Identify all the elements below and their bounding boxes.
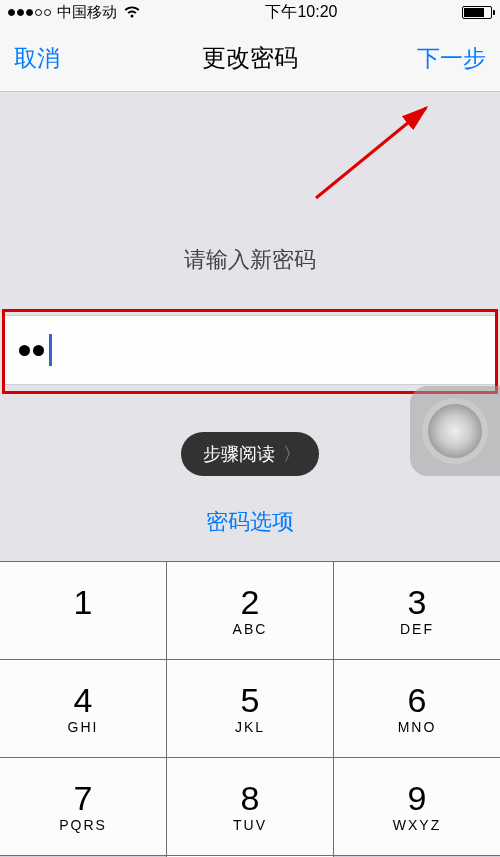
nav-bar: 取消 更改密码 下一步 bbox=[0, 25, 500, 92]
cancel-button[interactable]: 取消 bbox=[14, 43, 60, 74]
carrier-label: 中国移动 bbox=[57, 3, 117, 22]
key-5[interactable]: 5JKL bbox=[167, 660, 334, 758]
status-bar: 中国移动 下午10:20 bbox=[0, 0, 500, 25]
key-3[interactable]: 3DEF bbox=[334, 562, 500, 660]
content-area: 请输入新密码 步骤阅读 〉 密码选项 bbox=[0, 92, 500, 562]
step-reading-label: 步骤阅读 bbox=[203, 442, 275, 466]
key-8[interactable]: 8TUV bbox=[167, 758, 334, 856]
key-2[interactable]: 2ABC bbox=[167, 562, 334, 660]
wifi-icon bbox=[123, 4, 141, 22]
key-7[interactable]: 7PQRS bbox=[0, 758, 167, 856]
numeric-keypad: 1 2ABC 3DEF 4GHI 5JKL 6MNO 7PQRS 8TUV 9W… bbox=[0, 561, 500, 857]
password-mask-dot bbox=[33, 345, 44, 356]
next-button[interactable]: 下一步 bbox=[417, 43, 486, 74]
status-time: 下午10:20 bbox=[141, 2, 462, 23]
signal-strength-icon bbox=[8, 9, 51, 16]
battery-icon bbox=[462, 6, 492, 19]
assistive-touch-button[interactable] bbox=[410, 386, 500, 476]
password-mask-dot bbox=[19, 345, 30, 356]
prompt-label: 请输入新密码 bbox=[0, 92, 500, 275]
password-input[interactable] bbox=[5, 315, 495, 385]
key-4[interactable]: 4GHI bbox=[0, 660, 167, 758]
text-caret-icon bbox=[49, 334, 52, 366]
page-title: 更改密码 bbox=[202, 42, 298, 74]
key-9[interactable]: 9WXYZ bbox=[334, 758, 500, 856]
assistive-touch-icon bbox=[428, 404, 482, 458]
chevron-right-icon: 〉 bbox=[283, 442, 301, 466]
key-1[interactable]: 1 bbox=[0, 562, 167, 660]
password-field-highlight bbox=[2, 309, 498, 394]
password-options-link[interactable]: 密码选项 bbox=[0, 507, 500, 537]
key-6[interactable]: 6MNO bbox=[334, 660, 500, 758]
step-reading-badge[interactable]: 步骤阅读 〉 bbox=[181, 432, 319, 476]
